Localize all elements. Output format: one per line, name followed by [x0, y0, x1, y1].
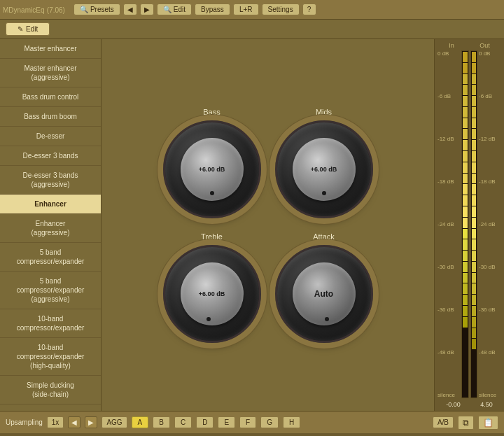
upsample-value-btn[interactable]: 1x	[47, 416, 64, 428]
attack-knob[interactable]: Auto	[275, 245, 373, 343]
agg-button[interactable]: AGG	[102, 416, 127, 428]
scale-r-30db: -30 dB	[479, 264, 501, 270]
scale-6db: -6 dB	[438, 93, 460, 99]
sidebar-item-bass-drum-boom[interactable]: Bass drum boom	[0, 107, 101, 127]
top-bar: MDynamicEq (7.06) 🔍 Presets ◀ ▶ 🔍 Edit B…	[0, 0, 504, 20]
sidebar-item-multiband-ducking[interactable]: Multiband ducking(side-chain)	[0, 405, 101, 411]
letter-C-btn[interactable]: C	[174, 416, 192, 428]
edit-icon: ✎	[18, 25, 23, 33]
bass-knob-container: Bass +6.00 dB	[163, 108, 261, 218]
vu-meter-section: In Out 0 dB -6 dB -12 dB -18 dB -24 dB -…	[434, 39, 504, 411]
scale-r-48db: -48 dB	[479, 349, 501, 356]
mids-value: +6.00 dB	[311, 166, 337, 173]
attack-value: Auto	[314, 289, 333, 299]
letter-B-btn[interactable]: B	[153, 416, 170, 428]
scale-r-6db: -6 dB	[479, 93, 501, 99]
vu-out-label: Out	[479, 42, 490, 49]
mids-indicator-dot	[322, 191, 326, 195]
treble-label: Treble	[201, 232, 223, 241]
edit-button[interactable]: 🔍 Edit	[157, 3, 192, 15]
scale-r-0db: 0 dB	[479, 50, 501, 57]
vu-in-bar	[461, 50, 469, 398]
bass-knob-inner: +6.00 dB	[181, 138, 244, 201]
edit-preset-button[interactable]: ✎ Edit	[6, 22, 50, 36]
ab-button[interactable]: A/B	[433, 416, 454, 428]
scale-0db: 0 dB	[438, 50, 460, 57]
help-button[interactable]: ?	[302, 3, 316, 15]
bypass-button[interactable]: Bypass	[195, 3, 230, 15]
vu-header: In Out	[436, 42, 503, 49]
scale-24db: -24 dB	[438, 221, 460, 227]
mids-knob[interactable]: +6.00 dB	[275, 120, 373, 218]
mids-label: Mids	[316, 108, 332, 116]
treble-indicator-dot	[206, 317, 211, 321]
upsampling-label: Upsampling	[6, 419, 43, 426]
scale-12db: -12 dB	[438, 136, 460, 142]
scale-silence-right: silence	[479, 392, 501, 398]
sidebar-item-enhancer[interactable]: Enhancer	[0, 195, 101, 214]
mids-knob-container: Mids +6.00 dB	[275, 108, 373, 218]
bass-value: +6.00 dB	[199, 166, 225, 173]
letter-E-btn[interactable]: E	[218, 416, 235, 428]
mids-knob-inner: +6.00 dB	[293, 138, 356, 201]
sidebar-item-master-enhancer-agg[interactable]: Master enhancer(aggressive)	[0, 59, 101, 87]
treble-knob-container: Treble +6.00 dB	[163, 232, 261, 343]
sidebar-item-10band-hq[interactable]: 10-band compressor/expander(high-quality…	[0, 338, 101, 376]
vu-in-label: In	[449, 42, 454, 49]
prev-preset-button[interactable]: ◀	[123, 3, 137, 15]
scale-r-12db: -12 dB	[479, 136, 501, 142]
letter-H-btn[interactable]: H	[283, 416, 300, 428]
sidebar-item-enhancer-agg[interactable]: Enhancer(aggressive)	[0, 214, 101, 243]
sidebar-item-de-esser-3bands-agg[interactable]: De-esser 3 bands(aggressive)	[0, 166, 101, 195]
bass-knob[interactable]: +6.00 dB	[163, 120, 261, 218]
sidebar-item-5band[interactable]: 5 band compressor/expander	[0, 243, 101, 272]
treble-knob[interactable]: +6.00 dB	[163, 245, 261, 343]
sidebar-item-bass-drum-control[interactable]: Bass drum control	[0, 87, 101, 107]
scale-silence-left: silence	[438, 392, 460, 398]
next-preset-button[interactable]: ▶	[140, 3, 154, 15]
sidebar-item-5band-agg[interactable]: 5 band compressor/expander(aggressive)	[0, 272, 101, 309]
scale-r-18db: -18 dB	[479, 178, 501, 185]
sidebar-item-10band[interactable]: 10-band compressor/expander	[0, 309, 101, 338]
paste-button[interactable]: 📋	[478, 416, 498, 430]
treble-value: +6.00 dB	[199, 290, 225, 297]
scale-30db: -30 dB	[438, 264, 460, 270]
attack-indicator-dot	[325, 317, 329, 321]
sidebar-item-master-enhancer[interactable]: Master enhancer	[0, 39, 101, 59]
bass-indicator-dot	[210, 191, 214, 195]
edit-bar: ✎ Edit	[0, 20, 504, 39]
presets-button[interactable]: 🔍 Presets	[74, 3, 120, 15]
settings-button[interactable]: Settings	[262, 3, 300, 15]
letter-F-btn[interactable]: F	[239, 416, 256, 428]
bass-label: Bass	[203, 108, 220, 116]
search-icon-2: 🔍	[163, 6, 172, 13]
content-area: Bass +6.00 dB Mids +6.00 dB	[102, 39, 434, 411]
attack-knob-inner: Auto	[293, 262, 356, 325]
vu-time-right: 4.50	[480, 401, 493, 408]
scale-18db: -18 dB	[438, 178, 460, 185]
scale-r-24db: -24 dB	[479, 221, 501, 227]
sidebar-item-de-esser-3bands[interactable]: De-esser 3 bands	[0, 146, 101, 166]
letter-G-btn[interactable]: G	[260, 416, 279, 428]
vu-time-display: -0.00 4.50	[436, 401, 503, 408]
bottom-bar: Upsampling 1x ◀ ▶ AGG A B C D E F G H A/…	[0, 411, 504, 433]
lr-button[interactable]: L+R	[233, 3, 259, 15]
upsample-next-btn[interactable]: ▶	[85, 416, 97, 428]
sidebar-item-simple-ducking[interactable]: Simple ducking(side-chain)	[0, 376, 101, 405]
scale-r-36db: -36 dB	[479, 307, 501, 313]
app-title: MDynamicEq (7.06)	[3, 5, 65, 15]
upsample-prev-btn[interactable]: ◀	[68, 416, 80, 428]
vu-out-bar	[470, 50, 478, 398]
search-icon: 🔍	[80, 6, 88, 13]
main-layout: Master enhancer Master enhancer(aggressi…	[0, 39, 504, 411]
scale-36db: -36 dB	[438, 307, 460, 313]
attack-label: Attack	[313, 232, 335, 241]
copy-button[interactable]: ⧉	[458, 416, 474, 430]
letter-A-btn[interactable]: A	[132, 416, 149, 428]
vu-time-left: -0.00	[446, 401, 461, 408]
sidebar: Master enhancer Master enhancer(aggressi…	[0, 39, 102, 411]
scale-48db: -48 dB	[438, 349, 460, 356]
knob-grid: Bass +6.00 dB Mids +6.00 dB	[149, 94, 387, 357]
letter-D-btn[interactable]: D	[196, 416, 214, 428]
sidebar-item-de-esser[interactable]: De-esser	[0, 127, 101, 146]
